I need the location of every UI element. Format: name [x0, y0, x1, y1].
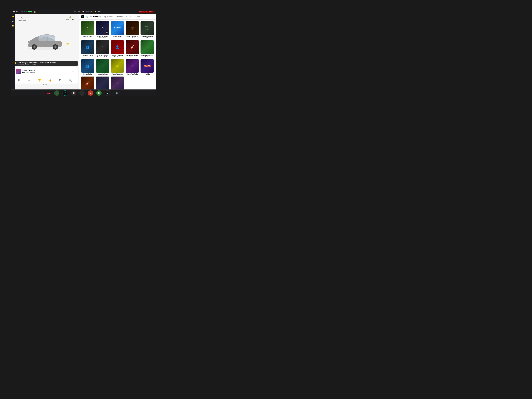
- station-future[interactable]: 🎸 Future Starts Slow Radio: [126, 40, 139, 58]
- nav-top-stations[interactable]: Top Stations: [104, 15, 113, 18]
- climate-indicator: Manual ‹ HI ›: [11, 84, 79, 89]
- station-holding[interactable]: ♬ Holding On Radio: [96, 59, 109, 75]
- xm-menu-icon[interactable]: ☰: [90, 15, 92, 18]
- passenger-airbag-warning: PASSENGER AIRBAG: [139, 11, 154, 13]
- svg-rect-8: [29, 41, 30, 42]
- main-content: 💡 ⊙ 🔔 ⬡ Open Frunk 🔓 Open Trunk: [11, 14, 156, 89]
- station-adult[interactable]: ◉ Adult Alternative: [111, 59, 124, 75]
- nav-favorites[interactable]: Favorites: [93, 15, 101, 18]
- status-center: Easy Entry ⛅ 4:00 pm ☀️ 55°F: [38, 11, 137, 13]
- favorite-button[interactable]: ☆: [72, 70, 74, 73]
- play-icon-overlay: ▶: [106, 31, 108, 34]
- trunk-lock-icon: 🔓: [69, 16, 71, 18]
- hi-label: ‹ HI ›: [11, 86, 79, 89]
- weekly-title: Weekly Alternative 20: [140, 35, 154, 39]
- track-artist: The Cardigans: [25, 72, 35, 73]
- battery-bar: [28, 11, 32, 12]
- clock: 4:00 pm: [86, 11, 92, 13]
- more-button[interactable]: ⋯: [79, 90, 85, 96]
- corduroy-title: Corduroy Radio: [83, 54, 93, 56]
- station-when[interactable]: ♬ When My Baby's Beside Me Radio: [96, 40, 109, 58]
- car-controls: ⬡ Open Frunk 🔓 Open Trunk: [11, 14, 79, 23]
- stations-grid: ♠ GROUP Severed Radio ♬ ▶: [79, 19, 156, 89]
- would-thumb: ◉: [126, 21, 139, 35]
- stupid-thumb: ♬ ▶: [96, 21, 109, 35]
- nav-genres[interactable]: Genres: [126, 15, 131, 18]
- xm-taskbar-button[interactable]: ✕: [63, 90, 68, 96]
- nav-account[interactable]: Account: [134, 15, 140, 18]
- taskbar: 🚗 📞 ✕ 📋 ⋯ ▶ S ● 🔊 ✕: [11, 89, 156, 96]
- station-rock3[interactable]: ♪ Classic Rock Radio: [111, 76, 124, 89]
- weekly-thumb: WEEKLYALTERNATIVETWENTY: [140, 21, 154, 35]
- bohemian-thumb: ♪: [140, 40, 154, 54]
- right-chevron[interactable]: ›: [47, 86, 48, 88]
- now-playing-card: Erase / Rewind XM The Cardigans ☆ ⏸ ⏭ 👎 …: [12, 67, 78, 83]
- charge-icon: ⚡: [66, 42, 69, 45]
- severed-title: Severed Radio: [83, 35, 92, 37]
- status-bar: PRND ❄️ 29 mi 🔒 Easy Entry ⛅ 4:00 pm ☀️ …: [11, 9, 156, 14]
- thumbdown-button[interactable]: 👎: [37, 78, 42, 82]
- track-source: XM The Cardigans: [22, 72, 71, 73]
- car-icon-button[interactable]: 🚗: [46, 90, 51, 96]
- clipboard-button[interactable]: 📋: [71, 90, 76, 96]
- waves-title: Waves Radio: [113, 35, 121, 37]
- station-severed[interactable]: ♠ GROUP Severed Radio: [81, 21, 94, 39]
- alert-subtitle: Mobile App > Menu > Charging: [18, 64, 56, 65]
- car-illustration: [24, 32, 66, 52]
- headlight-icon[interactable]: 💡: [12, 16, 14, 18]
- station-curly[interactable]: 👤 The Day That Curly Billy Shot...: [111, 40, 124, 58]
- xm-search-icon[interactable]: 🔍: [86, 15, 88, 18]
- range-icon: ❄️: [21, 11, 23, 13]
- station-blues[interactable]: ♬ Blues Radio: [96, 76, 109, 89]
- sun-icon: ☀️: [95, 11, 96, 13]
- station-waves[interactable]: ASTAIRE AUTOMATIQUE Waves Radio: [111, 21, 124, 39]
- station-jimi[interactable]: 🎸 Jimi Hendrix Radio: [81, 76, 94, 89]
- future-thumb: 🎸: [126, 40, 139, 54]
- camera-button[interactable]: ●: [105, 90, 110, 96]
- wiper-icon[interactable]: ⊙: [12, 20, 14, 22]
- search-button[interactable]: 🔍: [68, 78, 73, 82]
- station-stupid[interactable]: ♬ ▶ Stupid Girl Radio The Cardigans: [96, 21, 109, 39]
- drive-mode: Easy Entry: [73, 11, 80, 13]
- mute-x: ✕: [119, 92, 120, 94]
- station-bohemian[interactable]: ♪ Bohemian Like You Radio: [140, 40, 154, 58]
- xm-badge: XM: [22, 72, 25, 73]
- now-playing-info: Erase / Rewind XM The Cardigans ☆: [14, 67, 76, 76]
- phone-button[interactable]: 📞: [54, 90, 59, 96]
- thumbup-button[interactable]: 👍: [47, 78, 53, 82]
- sick-title: Sick of You Radio: [127, 73, 138, 75]
- lock-icon: 🔒: [34, 11, 36, 13]
- bohemian-title: Bohemian Like You Radio: [140, 54, 154, 58]
- 80s-title: '80s Hits: [145, 73, 150, 75]
- charging-alert[interactable]: ⚠️ Paid charging unavailable - Check unp…: [12, 61, 78, 66]
- svg-point-3: [34, 46, 35, 48]
- open-trunk-button[interactable]: 🔓 Open Trunk: [66, 16, 74, 21]
- deleter-thumb: 👥: [81, 59, 94, 73]
- station-80s[interactable]: '80s HITS '80s Hits: [140, 59, 154, 75]
- next-button[interactable]: ⏭: [27, 78, 32, 82]
- album-art: [16, 69, 21, 74]
- media-play-button[interactable]: ▶: [88, 90, 93, 96]
- would-title: Would That Not Be Nice Radio: [126, 35, 139, 39]
- left-chevron[interactable]: ‹: [42, 86, 42, 88]
- xm-navigation: Favorites Top Stations DJ Series Genres …: [93, 15, 154, 18]
- station-weekly[interactable]: WEEKLYALTERNATIVETWENTY Weekly Alternati…: [140, 21, 154, 39]
- jimi-thumb: 🎸: [81, 76, 94, 89]
- open-frunk-button[interactable]: ⬡ Open Frunk: [19, 16, 26, 21]
- station-sick[interactable]: ♪ Sick of You Radio: [126, 59, 139, 75]
- station-would[interactable]: ◉ Would That Not Be Nice Radio: [126, 21, 139, 39]
- station-deleter[interactable]: 👥 Deleter Radio: [81, 59, 94, 75]
- equalizer-button[interactable]: ⊞: [58, 78, 62, 82]
- track-info: Erase / Rewind XM The Cardigans: [22, 70, 71, 73]
- station-corduroy[interactable]: 👥 Corduroy Radio: [81, 40, 94, 58]
- pause-button[interactable]: ⏸: [17, 78, 21, 82]
- frunk-label: Open Frunk: [19, 19, 26, 21]
- nav-dj-series[interactable]: DJ Series: [116, 15, 123, 18]
- playback-controls: ⏸ ⏭ 👎 👍 ⊞ 🔍: [12, 77, 78, 83]
- corduroy-thumb: 👥: [81, 40, 94, 54]
- payments-button[interactable]: S: [96, 90, 101, 96]
- holding-title: Holding On Radio: [97, 73, 108, 75]
- temperature: 55°F: [98, 11, 101, 13]
- left-panel: 💡 ⊙ 🔔 ⬡ Open Frunk 🔓 Open Trunk: [11, 14, 79, 89]
- volume-control[interactable]: 🔊 ✕: [116, 92, 120, 94]
